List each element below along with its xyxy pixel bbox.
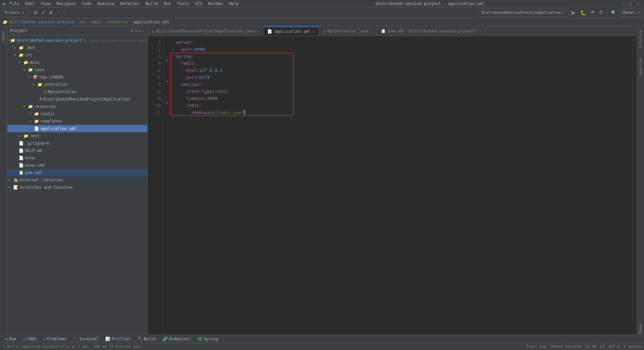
indent-label[interactable]: 2 spaces xyxy=(624,344,641,349)
tab-yml-close[interactable]: ✕ xyxy=(313,30,315,33)
coverage-btn[interactable]: ☂ xyxy=(589,9,596,17)
tab-dspa-java[interactable]: ☕ DistributedSessionProjectApplication.j… xyxy=(148,26,263,36)
run-btn[interactable]: ▶ xyxy=(570,9,578,17)
tree-mvnw[interactable]: ▶ 📄 mvnw xyxy=(7,154,147,162)
build-bottom-btn[interactable]: 🔨 Build xyxy=(135,336,159,342)
editor-scrollbar[interactable]: ✓ xyxy=(632,36,637,335)
toolbar-settings-btn[interactable]: ⚙ xyxy=(32,9,39,17)
tree-mvnw-cmd[interactable]: ▶ 📄 mvnw.cmd xyxy=(7,162,147,169)
path-src[interactable]: src xyxy=(79,20,87,24)
tree-gitignore[interactable]: ▶ 📄 .gitignore xyxy=(7,140,147,147)
tree-templates[interactable]: ▶ 📁 templates xyxy=(7,118,147,125)
project-panel-settings-btn[interactable]: ⚙ xyxy=(139,28,141,33)
tree-application-yml[interactable]: ▶ 📄 application.yml xyxy=(7,125,147,132)
close-btn[interactable]: ✕ xyxy=(635,1,641,6)
profile-btn[interactable]: ⏱ xyxy=(597,9,605,17)
favorites-side-label[interactable]: Favorites xyxy=(639,56,642,77)
tree-main[interactable]: ▼ 📁 main xyxy=(7,59,147,66)
run-config-selector[interactable]: DistributedSessionProjectApplication ▾ xyxy=(478,9,569,17)
tree-package[interactable]: ▼ 📦 top.it6666 xyxy=(7,73,147,81)
code-editor[interactable]: 1 2 3 4 5 6 7 8 9 10 11 ▼ ▼ xyxy=(148,36,637,335)
tree-helpmd[interactable]: ▶ 📄 HELP.md xyxy=(7,147,147,154)
maven-side-label[interactable]: Maven xyxy=(639,322,642,335)
project-panel-locate-btn[interactable]: ⊕ xyxy=(131,28,133,33)
jrebel-console-btn[interactable]: JRebel Console xyxy=(550,344,581,349)
menu-edit[interactable]: Edit xyxy=(23,1,37,7)
toolbar-minus-btn[interactable]: − xyxy=(55,9,62,17)
line-separator[interactable]: LF xyxy=(600,344,605,349)
terminal-bottom-btn[interactable]: ⬛ Terminal xyxy=(70,336,101,342)
tab-pomxml[interactable]: 📋 pom.xml (distributed-session-project) … xyxy=(377,26,485,36)
menu-help[interactable]: Help xyxy=(227,1,240,7)
endpoints-bottom-btn[interactable]: 🔗 Endpoints xyxy=(160,336,193,342)
tree-scratches[interactable]: ▶ 📝 Scratches and Consoles xyxy=(7,184,147,191)
endpoints-icon: 🔗 xyxy=(163,337,168,341)
path-file[interactable]: application.yml xyxy=(133,20,169,24)
event-log-btn[interactable]: Event Log xyxy=(526,344,546,349)
code-content[interactable]: server: port : 8080 spring: redis: xyxy=(170,36,632,335)
menu-navigate[interactable]: Navigate xyxy=(54,1,78,7)
toolbar-gear-btn[interactable]: ⚙ xyxy=(47,9,55,17)
maximize-btn[interactable]: □ xyxy=(627,1,634,6)
tree-test[interactable]: ▶ 📁 test xyxy=(7,132,147,140)
tree-mvn[interactable]: ▶ 📁 .mvn xyxy=(7,44,147,51)
path-project[interactable]: distributed-session-project xyxy=(9,20,74,24)
jrebel-btn[interactable]: JRebel ▾ xyxy=(619,9,643,17)
menu-refactor[interactable]: Refactor xyxy=(118,1,142,7)
fold-line4[interactable]: ▼ xyxy=(164,57,170,64)
menu-build[interactable]: Build xyxy=(144,1,160,7)
pomxml-icon: 📋 xyxy=(19,170,24,175)
toolbar-structure-btn[interactable]: ≡ xyxy=(40,9,46,17)
tree-pomxml[interactable]: ▶ 📋 pom.xml xyxy=(7,169,147,176)
menu-window[interactable]: Window xyxy=(206,1,225,7)
tab-dspa-close[interactable]: ✕ xyxy=(257,29,259,33)
menu-file[interactable]: File xyxy=(7,1,21,7)
menu-vcs[interactable]: VCS xyxy=(193,1,204,7)
tree-controller[interactable]: ▼ 📁 controller xyxy=(7,81,147,88)
project-panel-expand-btn[interactable]: ≡ xyxy=(135,28,137,33)
debug-btn[interactable]: 🐛 xyxy=(578,9,588,17)
code-key-server: server: xyxy=(176,39,194,46)
tree-static[interactable]: ▶ 📁 static xyxy=(7,110,147,118)
problems-bottom-btn[interactable]: ⚠ Problems xyxy=(40,336,69,342)
jrebel-side-label[interactable]: JRebel xyxy=(2,29,5,43)
tab-pomxml-label: pom.xml (distributed-session-project) xyxy=(388,29,477,33)
menu-tools[interactable]: Tools xyxy=(175,1,191,7)
fold-line10[interactable]: ▼ xyxy=(164,99,170,106)
menu-code[interactable]: Code xyxy=(80,1,94,7)
tree-gitignore-label: .gitignore xyxy=(25,141,49,146)
spring-label: Spring xyxy=(204,337,218,341)
window-controls: − □ ✕ xyxy=(619,1,641,6)
todo-bottom-btn[interactable]: ☑ TODO xyxy=(20,336,39,342)
structure-side-label[interactable]: Structure xyxy=(639,29,642,49)
tree-java[interactable]: ▼ 📁 java xyxy=(7,66,147,73)
minimize-btn[interactable]: − xyxy=(619,1,626,6)
tab-pomxml-close[interactable]: ✕ xyxy=(479,29,481,33)
expand-templates-icon: ▶ xyxy=(29,120,34,123)
search-everywhere-btn[interactable]: 🔍 xyxy=(609,9,618,17)
tab-mycontroller-close[interactable]: ✕ xyxy=(370,29,372,33)
project-panel-minimize-btn[interactable]: − xyxy=(142,28,145,33)
tree-root[interactable]: ▼ 📁 distributed-session-project D:\Devel… xyxy=(7,37,147,44)
tab-mycontroller-java[interactable]: ☕ MyController.java ✕ xyxy=(319,26,377,36)
project-selector[interactable]: Project ▾ xyxy=(1,9,27,17)
tree-mycontroller[interactable]: ▶ C MyController xyxy=(7,88,147,96)
profiler-bottom-btn[interactable]: 📊 Profiler xyxy=(103,336,134,342)
menu-view[interactable]: View xyxy=(39,1,52,7)
tree-mvnwcmd-label: mvnw.cmd xyxy=(25,163,44,168)
menu-run[interactable]: Run xyxy=(162,1,173,7)
run-bottom-btn[interactable]: ▶ Run xyxy=(3,336,19,342)
spring-bottom-btn[interactable]: 🌿 Spring xyxy=(195,336,221,342)
tree-resources[interactable]: ▼ 📁 resources xyxy=(7,103,147,110)
encoding-label[interactable]: UTF-8 xyxy=(609,344,620,349)
code-colon-6: : xyxy=(215,109,217,116)
tree-dspa[interactable]: ▶ A DistributedSessionProjectApplication xyxy=(7,96,147,103)
tree-src[interactable]: ▼ 📁 src xyxy=(7,51,147,59)
tab-yml[interactable]: 📄 application.yml ✕ xyxy=(263,26,319,36)
fold-line7[interactable]: ▼ xyxy=(164,78,170,85)
path-main[interactable]: main xyxy=(92,20,101,24)
tree-external-libs[interactable]: ▶ 📚 External Libraries xyxy=(7,176,147,184)
menu-analyze[interactable]: Analyze xyxy=(96,1,117,7)
expand-src-icon: ▼ xyxy=(14,53,19,57)
path-resources[interactable]: resources xyxy=(106,20,128,24)
